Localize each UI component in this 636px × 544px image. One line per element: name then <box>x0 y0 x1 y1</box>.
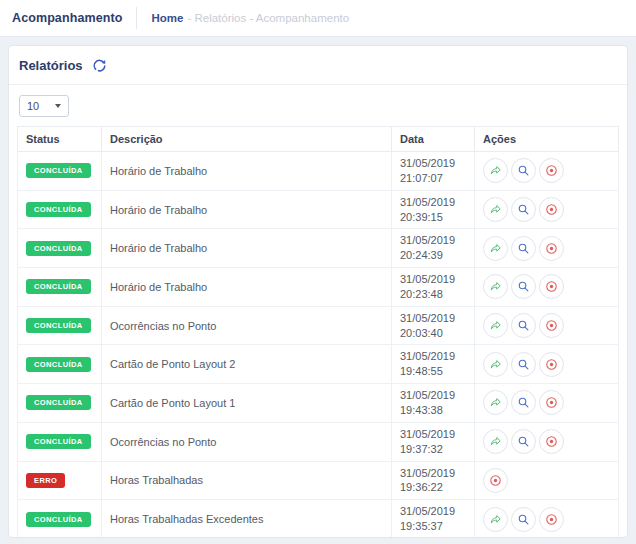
report-description: Horário de Trabalho <box>102 152 392 191</box>
share-report-icon[interactable] <box>483 390 508 415</box>
topbar-divider <box>136 7 137 29</box>
report-time: 20:23:48 <box>400 287 466 302</box>
row-actions <box>475 229 619 268</box>
view-report-icon[interactable] <box>511 390 536 415</box>
view-report-icon[interactable] <box>511 236 536 261</box>
report-date: 31/05/2019 <box>400 233 466 248</box>
report-time: 20:24:39 <box>400 248 466 263</box>
reports-table: Status Descrição Data Ações CONCLUÍDA Ho… <box>17 126 619 538</box>
row-actions <box>475 268 619 307</box>
view-report-icon[interactable] <box>511 158 536 183</box>
report-description: Horário de Trabalho <box>102 268 392 307</box>
table-body: CONCLUÍDA Horário de Trabalho 31/05/2019… <box>18 152 619 539</box>
cancel-report-icon[interactable] <box>539 158 564 183</box>
table-row: CONCLUÍDA Horário de Trabalho 31/05/2019… <box>18 229 619 268</box>
report-description: Cartão de Ponto Layout 2 <box>102 345 392 384</box>
cancel-report-icon[interactable] <box>539 274 564 299</box>
reports-panel: Relatórios 10 Status <box>8 45 628 538</box>
refresh-button[interactable] <box>92 58 107 73</box>
row-actions <box>475 306 619 345</box>
report-time: 21:07:07 <box>400 171 466 186</box>
header-actions: Ações <box>475 127 619 152</box>
header-status: Status <box>18 127 102 152</box>
status-badge: CONCLUÍDA <box>26 202 91 217</box>
cancel-report-icon[interactable] <box>539 429 564 454</box>
share-report-icon[interactable] <box>483 158 508 183</box>
report-date: 31/05/2019 <box>400 195 466 210</box>
share-report-icon[interactable] <box>483 507 508 532</box>
report-description: Ocorrências no Ponto <box>102 422 392 461</box>
cancel-report-icon[interactable] <box>539 313 564 338</box>
report-date: 31/05/2019 <box>400 427 466 442</box>
breadcrumb: Home - Relatórios - Acompanhamento <box>151 12 349 24</box>
view-report-icon[interactable] <box>511 507 536 532</box>
status-badge: CONCLUÍDA <box>26 318 91 333</box>
status-badge: CONCLUÍDA <box>26 357 91 372</box>
report-description: Horas Trabalhadas <box>102 461 392 500</box>
report-time: 19:35:37 <box>400 519 466 534</box>
header-description: Descrição <box>102 127 392 152</box>
report-time: 19:36:22 <box>400 480 466 495</box>
breadcrumb-home-link[interactable]: Home <box>151 12 183 24</box>
report-date: 31/05/2019 <box>400 311 466 326</box>
table-header: Status Descrição Data Ações <box>18 127 619 152</box>
table-row: CONCLUÍDA Ocorrências no Ponto 31/05/201… <box>18 306 619 345</box>
share-report-icon[interactable] <box>483 197 508 222</box>
header-date: Data <box>392 127 475 152</box>
breadcrumb-trail: - Relatórios - Acompanhamento <box>187 12 349 24</box>
page-size-value: 10 <box>27 100 39 112</box>
share-report-icon[interactable] <box>483 352 508 377</box>
report-time: 19:43:38 <box>400 403 466 418</box>
cancel-report-icon[interactable] <box>539 507 564 532</box>
cancel-report-icon[interactable] <box>539 352 564 377</box>
view-report-icon[interactable] <box>511 197 536 222</box>
row-actions <box>475 422 619 461</box>
table-row: CONCLUÍDA Cartão de Ponto Layout 2 31/05… <box>18 345 619 384</box>
chevron-down-icon <box>55 104 61 108</box>
row-actions <box>475 461 619 500</box>
table-row: CONCLUÍDA Cartão de Ponto Layout 1 31/05… <box>18 384 619 423</box>
status-badge: CONCLUÍDA <box>26 279 91 294</box>
view-report-icon[interactable] <box>511 352 536 377</box>
row-actions <box>475 384 619 423</box>
cancel-report-icon[interactable] <box>539 197 564 222</box>
table-row: CONCLUÍDA Horário de Trabalho 31/05/2019… <box>18 190 619 229</box>
report-time: 19:37:32 <box>400 442 466 457</box>
table-row: ERRO Horas Trabalhadas 31/05/2019 19:36:… <box>18 461 619 500</box>
table-row: CONCLUÍDA Horas Trabalhadas Excedentes 3… <box>18 500 619 538</box>
report-date: 31/05/2019 <box>400 504 466 519</box>
panel-title: Relatórios <box>19 58 83 73</box>
status-badge: CONCLUÍDA <box>26 512 91 527</box>
row-actions <box>475 500 619 538</box>
row-actions <box>475 190 619 229</box>
status-badge: ERRO <box>26 473 65 488</box>
view-report-icon[interactable] <box>511 274 536 299</box>
refresh-icon <box>92 58 107 73</box>
report-description: Horas Trabalhadas Excedentes <box>102 500 392 538</box>
page-size-select[interactable]: 10 <box>19 95 69 117</box>
report-time: 20:03:40 <box>400 326 466 341</box>
app-screen: Acompanhamento Home - Relatórios - Acomp… <box>0 0 636 544</box>
status-badge: CONCLUÍDA <box>26 163 91 178</box>
report-description: Ocorrências no Ponto <box>102 306 392 345</box>
row-actions <box>475 345 619 384</box>
cancel-report-icon[interactable] <box>483 468 508 493</box>
share-report-icon[interactable] <box>483 236 508 261</box>
status-badge: CONCLUÍDA <box>26 434 91 449</box>
view-report-icon[interactable] <box>511 313 536 338</box>
share-report-icon[interactable] <box>483 429 508 454</box>
table-row: CONCLUÍDA Horário de Trabalho 31/05/2019… <box>18 152 619 191</box>
report-date: 31/05/2019 <box>400 349 466 364</box>
view-report-icon[interactable] <box>511 429 536 454</box>
report-date: 31/05/2019 <box>400 388 466 403</box>
table-row: CONCLUÍDA Horário de Trabalho 31/05/2019… <box>18 268 619 307</box>
cancel-report-icon[interactable] <box>539 390 564 415</box>
status-badge: CONCLUÍDA <box>26 241 91 256</box>
share-report-icon[interactable] <box>483 313 508 338</box>
row-actions <box>475 152 619 191</box>
page-title: Acompanhamento <box>12 11 122 25</box>
status-badge: CONCLUÍDA <box>26 395 91 410</box>
panel-body: 10 Status Descrição Data Ações CONCLUÍDA… <box>9 85 627 538</box>
share-report-icon[interactable] <box>483 274 508 299</box>
cancel-report-icon[interactable] <box>539 236 564 261</box>
